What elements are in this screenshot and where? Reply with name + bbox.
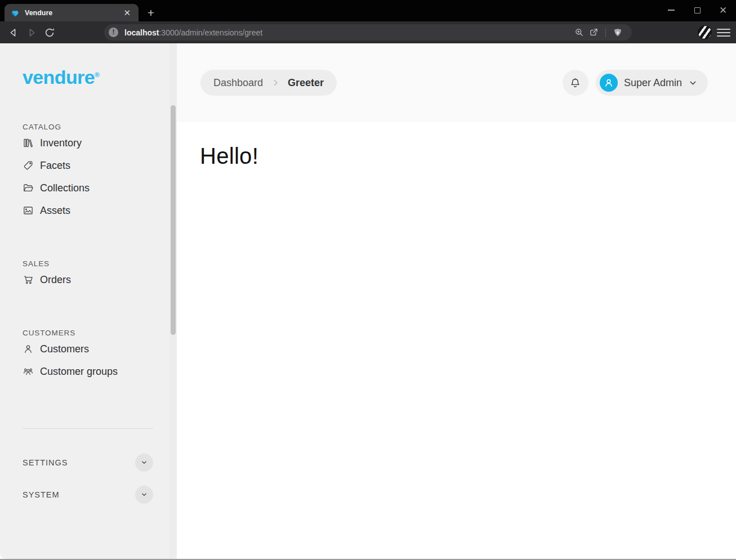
sidebar-divider: [23, 428, 153, 429]
brave-shield-icon[interactable]: [610, 25, 625, 40]
sidebar-section-system[interactable]: SYSTEM: [23, 482, 153, 508]
main-area: Dashboard Greeter: [177, 43, 736, 559]
url-text: localhost:3000/admin/extensions/greet: [124, 28, 262, 37]
sidebar-item-facets[interactable]: Facets: [23, 154, 153, 177]
vendure-logo[interactable]: vendure®: [23, 65, 99, 87]
sidebar-item-customers[interactable]: Customers: [23, 338, 153, 360]
chevron-down-icon[interactable]: [135, 454, 153, 472]
forward-icon[interactable]: [23, 24, 41, 42]
window-controls: ✕: [658, 0, 736, 20]
section-heading: SALES: [23, 259, 153, 268]
new-tab-button[interactable]: +: [144, 6, 158, 20]
chevron-down-icon: [688, 78, 698, 88]
sidebar-item-collections[interactable]: Collections: [23, 177, 153, 199]
breadcrumb: Dashboard Greeter: [200, 70, 337, 96]
folder-icon: [23, 182, 34, 194]
sidebar-section-settings[interactable]: SETTINGS: [23, 450, 153, 476]
toolbar-divider: [605, 28, 606, 37]
nav-section-catalog: CATALOG Inventory: [23, 123, 153, 222]
bell-icon: [569, 77, 582, 89]
site-info-icon[interactable]: !: [109, 28, 118, 37]
image-icon: [23, 205, 34, 216]
registered-mark: ®: [95, 71, 99, 79]
breadcrumb-dashboard[interactable]: Dashboard: [213, 77, 263, 89]
browser-toolbar: ! localhost:3000/admin/extensions/greet: [0, 21, 736, 43]
close-icon[interactable]: ✕: [121, 7, 133, 18]
page-title: Hello!: [200, 144, 736, 169]
section-heading: CUSTOMERS: [23, 329, 153, 338]
tab-title: Vendure: [25, 9, 121, 17]
maximize-icon[interactable]: [684, 0, 710, 20]
library-icon: [23, 137, 34, 149]
page-viewport: vendure® CATALOG Inventory: [0, 43, 736, 559]
main-header: Dashboard Greeter: [177, 43, 736, 122]
nav-section-sales: SALES Orders: [23, 259, 153, 291]
cart-icon: [23, 274, 34, 285]
person-icon: [603, 77, 615, 89]
user-name: Super Admin: [624, 77, 682, 89]
reload-icon[interactable]: [41, 24, 59, 42]
user-menu-button[interactable]: Super Admin: [596, 70, 708, 96]
close-icon[interactable]: ✕: [710, 0, 736, 20]
sidebar-item-inventory[interactable]: Inventory: [23, 132, 153, 154]
chevron-right-icon: [270, 78, 280, 88]
nav-section-customers: CUSTOMERS Customers: [23, 329, 153, 383]
zoom-icon[interactable]: [572, 25, 586, 40]
sidebar-item-orders[interactable]: Orders: [23, 268, 153, 291]
page-content: Hello!: [177, 122, 736, 559]
back-icon[interactable]: [5, 24, 23, 42]
address-bar[interactable]: ! localhost:3000/admin/extensions/greet: [104, 24, 632, 41]
chevron-down-icon[interactable]: [135, 486, 153, 504]
menu-icon[interactable]: [717, 26, 730, 39]
sidebar-item-assets[interactable]: Assets: [23, 199, 153, 222]
sidebar: vendure® CATALOG Inventory: [0, 43, 177, 559]
browser-window: Vendure ✕ + ✕ ! localhost:3000/admin/ext…: [0, 0, 736, 560]
users-icon: [23, 366, 34, 377]
url-host: localhost: [124, 28, 159, 37]
vendure-heart-icon: [11, 8, 20, 17]
share-icon[interactable]: [586, 25, 601, 40]
avatar: [600, 74, 618, 92]
sidebar-item-customer-groups[interactable]: Customer groups: [23, 360, 153, 383]
url-path: :3000/admin/extensions/greet: [159, 28, 262, 37]
profile-avatar-icon[interactable]: [698, 25, 712, 39]
browser-tab[interactable]: Vendure ✕: [5, 4, 139, 21]
tag-icon: [23, 160, 34, 171]
header-actions: Super Admin: [563, 70, 708, 96]
notifications-button[interactable]: [563, 70, 588, 96]
breadcrumb-greeter: Greeter: [288, 77, 324, 89]
minimize-icon[interactable]: [658, 0, 684, 20]
tab-bar: Vendure ✕ + ✕: [0, 0, 736, 21]
user-icon: [23, 343, 34, 355]
sidebar-scrollbar-thumb[interactable]: [171, 105, 176, 335]
section-heading: CATALOG: [23, 123, 153, 132]
